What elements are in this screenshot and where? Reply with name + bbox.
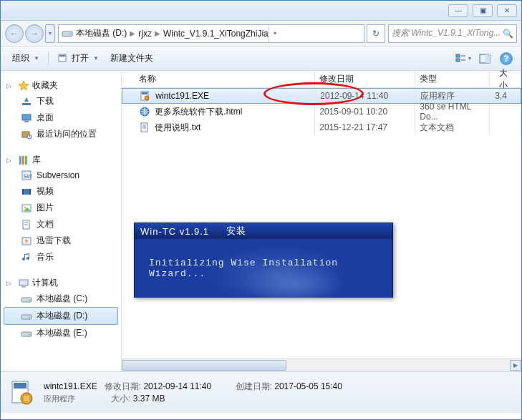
- details-mod-label: 修改日期:: [105, 381, 141, 391]
- sidebar-item-label: 图片: [37, 202, 54, 214]
- scrollbar-thumb[interactable]: [122, 360, 286, 371]
- column-type[interactable]: 类型▼: [415, 71, 490, 87]
- column-label: 修改日期: [319, 73, 354, 85]
- exe-icon: [140, 90, 151, 102]
- installer-titlebar[interactable]: Win-TC v1.9.1 安装: [135, 223, 392, 239]
- preview-pane-button[interactable]: [475, 51, 494, 67]
- star-icon: [18, 80, 29, 92]
- file-row[interactable]: 更多系统软件下载.html 2015-09-01 10:20 360 se HT…: [122, 104, 521, 119]
- column-size[interactable]: 大小: [490, 71, 521, 87]
- open-icon: [57, 53, 69, 64]
- refresh-button[interactable]: ↻: [367, 24, 385, 43]
- help-button[interactable]: ?: [497, 51, 516, 67]
- sidebar-group-libraries[interactable]: ▷ 库: [6, 154, 118, 166]
- chevron-down-icon: ▼: [34, 55, 39, 62]
- details-size-val: 3.37 MB: [133, 394, 165, 404]
- breadcrumb-seg-2[interactable]: Wintc_V1.9.1_XiTongZhiJia: [163, 29, 269, 39]
- view-button[interactable]: ▾: [454, 51, 473, 67]
- svg-rect-5: [456, 59, 460, 62]
- toolbar-separator: [48, 52, 49, 66]
- sidebar-item-music[interactable]: 音乐: [4, 249, 118, 265]
- search-icon[interactable]: 🔍: [503, 29, 513, 39]
- svg-rect-3: [59, 55, 65, 57]
- nav-history-dropdown[interactable]: ▾: [45, 24, 55, 43]
- help-icon: ?: [500, 52, 513, 65]
- sidebar-item-drive-d[interactable]: 本地磁盘 (D:): [4, 307, 118, 325]
- breadcrumb-dropdown[interactable]: ▾: [269, 25, 281, 42]
- breadcrumb-sep: ▶: [155, 29, 160, 37]
- recent-icon: [21, 129, 32, 140]
- svg-rect-50: [14, 383, 26, 389]
- sidebar-item-label: 音乐: [37, 251, 54, 263]
- sidebar-item-drive-c[interactable]: 本地磁盘 (C:): [4, 290, 118, 307]
- file-type: 应用程序: [416, 89, 490, 103]
- details-create-val: 2017-05-05 15:40: [274, 381, 342, 391]
- drive-icon: [21, 293, 32, 305]
- collapse-icon: ▷: [6, 82, 15, 89]
- details-file-icon: [8, 379, 37, 407]
- sidebar-item-label: 视频: [37, 185, 54, 197]
- sidebar-item-videos[interactable]: 视频: [4, 183, 118, 200]
- sidebar-item-downloads[interactable]: 下载: [4, 93, 118, 109]
- file-name: 使用说明.txt: [155, 122, 200, 134]
- drive-icon: [62, 28, 73, 39]
- svg-rect-18: [22, 156, 24, 165]
- file-type: 360 se HTML Do...: [415, 104, 490, 119]
- svg-rect-45: [141, 123, 148, 132]
- details-size-label: 大小:: [111, 394, 130, 404]
- svg-rect-33: [19, 280, 28, 285]
- sidebar-item-label: 最近访问的位置: [37, 128, 97, 140]
- newfolder-button[interactable]: 新建文件夹: [105, 49, 159, 67]
- sidebar-item-subversion[interactable]: svnSubversion: [4, 167, 118, 183]
- sidebar-item-pictures[interactable]: 图片: [4, 200, 118, 216]
- column-date[interactable]: 修改日期▼: [315, 71, 415, 87]
- picture-icon: [21, 202, 32, 214]
- sidebar-item-recent[interactable]: 最近访问的位置: [4, 126, 118, 142]
- search-input[interactable]: 搜索 Wintc_V1.9.1_XiTong... 🔍: [388, 24, 517, 43]
- file-name: 更多系统软件下载.html: [155, 106, 242, 118]
- sidebar: ▷ 收藏夹 下载 桌面 最近访问的位置 ▷ 库 svnSubversion 视频…: [1, 71, 122, 371]
- minimize-button[interactable]: —: [448, 4, 468, 17]
- svg-point-26: [24, 206, 26, 208]
- sidebar-group-computer[interactable]: ▷ 计算机: [6, 277, 118, 289]
- chevron-down-icon: ▼: [93, 55, 99, 62]
- open-button[interactable]: 打开 ▼: [52, 49, 105, 67]
- svg-rect-11: [22, 103, 31, 105]
- svg-rect-17: [19, 156, 21, 165]
- video-icon: [21, 186, 32, 197]
- breadcrumb-seg-1[interactable]: rjxz: [138, 29, 152, 39]
- details-subtitle: 应用程序: [44, 394, 75, 403]
- svg-rect-36: [29, 300, 30, 301]
- svg-text:svn: svn: [24, 172, 32, 180]
- installer-body: Initializing Wise Installation Wizard...: [135, 239, 392, 298]
- svg-marker-10: [19, 81, 29, 90]
- close-button[interactable]: ✕: [497, 4, 517, 17]
- svg-rect-1: [69, 34, 71, 34]
- file-row[interactable]: 使用说明.txt 2015-12-21 17:47 文本文档: [122, 119, 521, 135]
- svg-rect-52: [24, 396, 29, 401]
- scroll-right-icon[interactable]: ▶: [510, 360, 521, 371]
- breadcrumb[interactable]: 本地磁盘 (D:) ▶ rjxz ▶ Wintc_V1.9.1_XiTongZh…: [58, 24, 364, 43]
- address-bar-row: ← → ▾ 本地磁盘 (D:) ▶ rjxz ▶ Wintc_V1.9.1_Xi…: [1, 21, 521, 47]
- file-date: 2012-09-14 11:40: [316, 89, 416, 103]
- column-headers: 名称▼ 修改日期▼ 类型▼ 大小: [122, 71, 521, 88]
- sidebar-group-favorites[interactable]: ▷ 收藏夹: [6, 79, 118, 92]
- open-label: 打开: [72, 52, 89, 64]
- sidebar-item-desktop[interactable]: 桌面: [4, 109, 118, 126]
- column-name[interactable]: 名称▼: [122, 71, 315, 87]
- horizontal-scrollbar[interactable]: ▶: [122, 358, 521, 371]
- sidebar-item-drive-e[interactable]: 本地磁盘 (E:): [4, 325, 118, 341]
- organize-label: 组织: [12, 52, 29, 64]
- sidebar-item-xunlei[interactable]: 迅雷下载: [4, 233, 118, 249]
- maximize-button[interactable]: ▣: [473, 4, 493, 17]
- forward-button[interactable]: →: [25, 24, 44, 43]
- sidebar-item-label: Subversion: [37, 170, 79, 180]
- back-button[interactable]: ←: [5, 24, 24, 43]
- document-icon: [21, 219, 32, 230]
- sidebar-item-documents[interactable]: 文档: [4, 216, 118, 233]
- organize-button[interactable]: 组织 ▼: [6, 49, 45, 67]
- breadcrumb-seg-0[interactable]: 本地磁盘 (D:): [76, 27, 127, 39]
- svg-rect-42: [142, 92, 148, 94]
- installer-message: Initializing Wise Installation Wizard...: [149, 258, 392, 279]
- svg-point-43: [145, 96, 149, 100]
